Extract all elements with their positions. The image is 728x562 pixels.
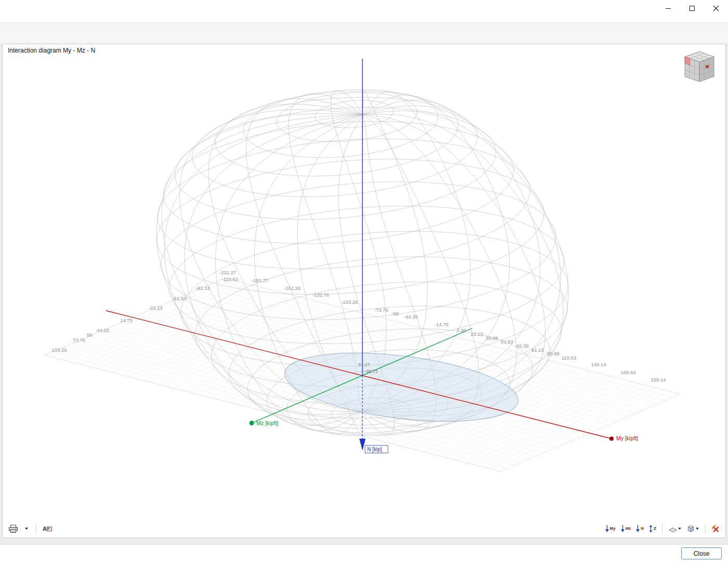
close-window-button[interactable] — [708, 1, 724, 15]
maximize-icon — [689, 5, 695, 11]
n-axis-label: N [kip] — [367, 446, 382, 452]
view-plane-button[interactable] — [667, 523, 683, 534]
window-controls — [660, 1, 724, 15]
section-ellipse — [281, 342, 522, 432]
arrow-up-down-icon — [648, 525, 653, 533]
axis-tick-label: -110.63 — [222, 276, 238, 282]
view-3d-button[interactable] — [685, 523, 701, 534]
cube-view-icon — [686, 525, 695, 533]
close-view-button[interactable] — [710, 523, 721, 534]
close-button[interactable]: Close — [681, 547, 722, 559]
axis-tick-label: 7.38 — [457, 327, 466, 333]
axis-tick-label: 44.25 — [97, 327, 109, 333]
axis-tick-label: 169.64 — [620, 369, 635, 375]
caret-down-icon — [678, 527, 682, 530]
n-axis-arrow — [359, 439, 366, 451]
svg-text:A: A — [43, 526, 47, 532]
axis-tick-label: 36.88 — [486, 335, 498, 341]
minimize-button[interactable] — [660, 1, 676, 15]
axis-tick-label: 140.14 — [591, 362, 606, 367]
view-along-my-button[interactable]: My — [603, 523, 617, 534]
toolbar-strip — [0, 23, 728, 44]
axis-tick-label: -162.26 — [284, 285, 301, 291]
axis-tick-label: 22.13 — [471, 331, 483, 337]
mz-axis-dot — [250, 421, 254, 426]
axis-tick-label: -14.75 — [435, 322, 449, 327]
axis-tick-label: 14.75 — [120, 317, 133, 323]
minimize-icon — [665, 5, 671, 11]
navigation-cube-marker — [706, 66, 709, 68]
diagram-panel: -221.27-110.63-191.77-162.26-132.76-103.… — [2, 44, 726, 538]
toolbar-divider — [36, 524, 36, 533]
view-along-z-button[interactable]: Z — [647, 523, 658, 534]
navigation-cube[interactable] — [681, 49, 718, 87]
caret-down-icon — [695, 527, 699, 530]
axis-tick-label: 199.14 — [651, 377, 666, 382]
view-button-label: My — [610, 527, 616, 531]
caret-down-icon — [24, 527, 29, 530]
axis-tick-label: -103.26 — [341, 299, 358, 305]
maximize-button[interactable] — [684, 1, 700, 15]
axis-tick-label: 59 — [87, 332, 93, 338]
axis-tick-label: -22.13 — [149, 305, 163, 311]
titlebar — [0, 0, 728, 23]
close-icon — [713, 5, 719, 11]
axis-tick-label: 73.76 — [73, 337, 85, 343]
my-axis-arrow — [609, 437, 614, 441]
axis-tick-label: 110.63 — [562, 355, 576, 361]
axis-tick-label: -59 — [392, 311, 399, 316]
view-along-mz-button[interactable]: Mz — [619, 523, 633, 534]
axis-tick-label: -51.63 — [173, 296, 187, 301]
view-button-label: Mz — [626, 527, 631, 531]
axis-tick-label: -132.76 — [313, 292, 329, 298]
red-x-icon — [711, 525, 720, 533]
axis-tick-label: -191.77 — [252, 277, 268, 283]
toolbar-divider — [705, 524, 706, 533]
axis-tick-label: 95.88 — [547, 351, 560, 356]
display-settings-button[interactable]: A — [41, 523, 54, 534]
axis-tick-label: -73.76 — [374, 307, 388, 313]
axis-tick-label: 66.38 — [516, 343, 529, 349]
axis-tick-label: 51.63 — [501, 339, 513, 344]
my-axis-label: My [kipft] — [616, 435, 638, 441]
diagram-title: Interaction diagram My - Mz - N — [8, 47, 95, 54]
view-button-label: Z — [654, 527, 656, 531]
plane-view-icon — [668, 525, 678, 533]
bottom-right-toolbar: My Mz N Z — [603, 523, 721, 534]
view-button-label: N — [641, 527, 644, 531]
interaction-diagram-canvas[interactable]: -221.27-110.63-191.77-162.26-132.76-103.… — [3, 44, 725, 538]
axis-tick-label: 103.26 — [51, 347, 67, 353]
axis-tick-label: 81.13 — [531, 347, 544, 353]
printer-icon — [8, 525, 18, 533]
n-axis-tick-label: -99.72 — [365, 369, 378, 374]
arrow-down-icon — [620, 525, 625, 533]
print-button[interactable] — [7, 523, 20, 534]
axis-tick-label: -81.13 — [196, 285, 210, 291]
toolbar-divider — [662, 524, 662, 533]
dialog-footer: Close — [0, 544, 728, 562]
view-along-n-button[interactable]: N — [634, 523, 645, 534]
print-options-caret[interactable] — [21, 523, 32, 534]
axis-tick-label: -221.27 — [219, 270, 236, 275]
axis-tick-label: -44.25 — [404, 314, 418, 320]
arrow-down-icon — [635, 525, 640, 533]
bottom-left-toolbar: A — [7, 523, 54, 534]
navigation-cube-body — [685, 52, 714, 82]
mz-axis-label: Mz [kipft] — [256, 420, 278, 426]
display-settings-icon: A — [42, 525, 53, 533]
arrow-down-icon — [605, 525, 609, 533]
